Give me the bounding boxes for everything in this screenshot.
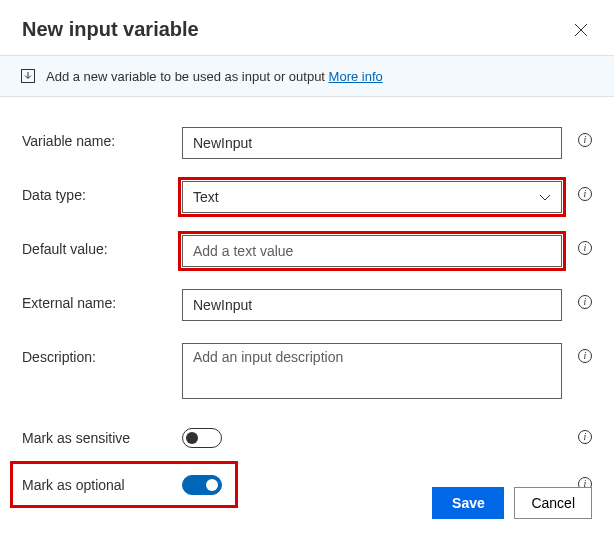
banner-text: Add a new variable to be used as input o… <box>46 69 325 84</box>
info-icon[interactable]: i <box>578 241 592 255</box>
default-value-label: Default value: <box>22 235 182 257</box>
info-banner: Add a new variable to be used as input o… <box>0 55 614 97</box>
info-icon[interactable]: i <box>578 187 592 201</box>
chevron-down-icon <box>539 194 551 202</box>
mark-optional-toggle[interactable] <box>182 475 222 495</box>
variable-name-label: Variable name: <box>22 127 182 149</box>
info-icon[interactable]: i <box>578 349 592 363</box>
download-icon <box>20 68 36 84</box>
cancel-button[interactable]: Cancel <box>514 487 592 519</box>
info-icon[interactable]: i <box>578 295 592 309</box>
data-type-label: Data type: <box>22 181 182 203</box>
save-button[interactable]: Save <box>432 487 504 519</box>
dialog-title: New input variable <box>22 18 199 41</box>
close-button[interactable] <box>570 19 592 41</box>
mark-sensitive-label: Mark as sensitive <box>22 424 182 446</box>
info-icon[interactable]: i <box>578 430 592 444</box>
info-icon[interactable]: i <box>578 133 592 147</box>
mark-sensitive-toggle[interactable] <box>182 428 222 448</box>
description-label: Description: <box>22 343 182 365</box>
data-type-select[interactable]: Text <box>182 181 562 213</box>
close-icon <box>574 23 588 37</box>
description-input[interactable] <box>182 343 562 399</box>
more-info-link[interactable]: More info <box>329 69 383 84</box>
variable-name-input[interactable] <box>182 127 562 159</box>
data-type-value: Text <box>193 189 219 205</box>
external-name-label: External name: <box>22 289 182 311</box>
external-name-input[interactable] <box>182 289 562 321</box>
mark-optional-label: Mark as optional <box>22 471 182 493</box>
default-value-input[interactable] <box>182 235 562 267</box>
